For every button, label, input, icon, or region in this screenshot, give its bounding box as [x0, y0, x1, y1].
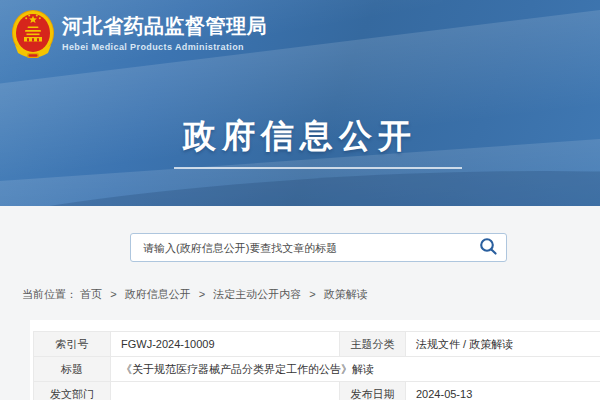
search-box — [130, 233, 507, 262]
table-row-department-date: 发文部门 发布日期 2024-05-13 — [34, 382, 600, 400]
publish-date-label: 发布日期 — [340, 382, 406, 400]
department-value — [111, 382, 340, 400]
breadcrumb: 当前位置： 首页 > 政府信息公开 > 法定主动公开内容 > 政策解读 — [22, 287, 368, 302]
breadcrumb-item-policy-interpretation[interactable]: 政策解读 — [324, 288, 368, 300]
title-label: 标题 — [34, 357, 111, 382]
breadcrumb-separator: > — [309, 288, 315, 300]
org-name-english: Hebei Medical Products Administration — [62, 42, 267, 52]
publish-date-value: 2024-05-13 — [406, 382, 600, 400]
breadcrumb-item-home[interactable]: 首页 — [80, 288, 102, 300]
document-info-panel: 索引号 FGWJ-2024-10009 主题分类 法规文件 / 政策解读 标题 … — [30, 320, 600, 400]
site-header: 河北省药品监督管理局 Hebei Medical Products Admini… — [0, 0, 600, 206]
breadcrumb-separator: > — [110, 288, 116, 300]
national-emblem-icon — [11, 8, 55, 62]
document-info-table: 索引号 FGWJ-2024-10009 主题分类 法规文件 / 政策解读 标题 … — [33, 331, 600, 400]
search-button[interactable] — [470, 234, 506, 261]
category-label: 主题分类 — [340, 332, 406, 357]
breadcrumb-separator: > — [199, 288, 205, 300]
search-input[interactable] — [131, 234, 470, 261]
search-icon — [479, 237, 498, 259]
index-number-value: FGWJ-2024-10009 — [111, 332, 340, 357]
index-number-label: 索引号 — [34, 332, 111, 357]
page-title: 政府信息公开 — [0, 114, 600, 159]
title-value: 《关于规范医疗器械产品分类界定工作的公告》解读 — [111, 357, 600, 382]
table-row-index: 索引号 FGWJ-2024-10009 主题分类 法规文件 / 政策解读 — [34, 332, 600, 357]
department-label: 发文部门 — [34, 382, 111, 400]
org-names: 河北省药品监督管理局 Hebei Medical Products Admini… — [62, 8, 267, 52]
org-name-chinese: 河北省药品监督管理局 — [62, 15, 267, 37]
breadcrumb-item-statutory-disclosure[interactable]: 法定主动公开内容 — [213, 288, 301, 300]
title-underline — [174, 167, 462, 169]
breadcrumb-label: 当前位置： — [22, 288, 77, 300]
breadcrumb-item-gov-info[interactable]: 政府信息公开 — [125, 288, 191, 300]
page: 河北省药品监督管理局 Hebei Medical Products Admini… — [0, 0, 600, 400]
site-logo[interactable]: 河北省药品监督管理局 Hebei Medical Products Admini… — [11, 8, 267, 62]
category-value: 法规文件 / 政策解读 — [406, 332, 600, 357]
table-row-title: 标题 《关于规范医疗器械产品分类界定工作的公告》解读 — [34, 357, 600, 382]
